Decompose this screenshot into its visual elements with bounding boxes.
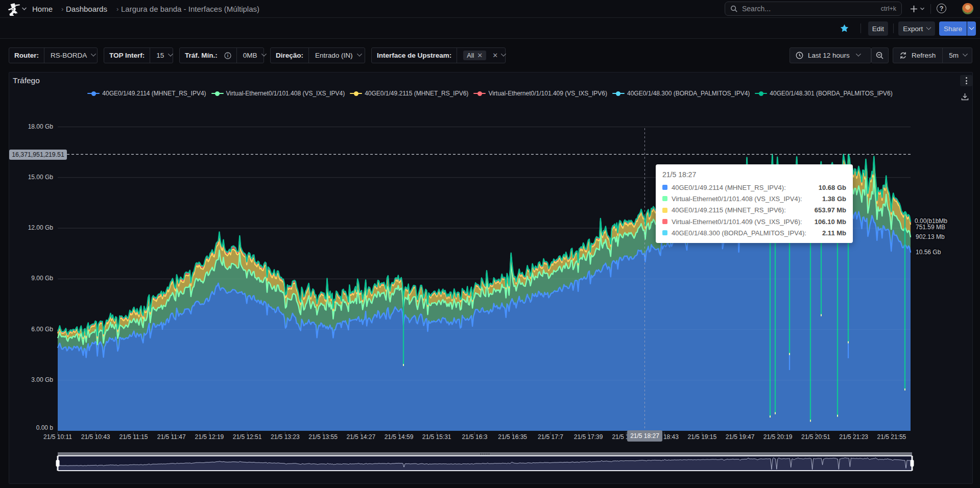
svg-text:21/5 12:19: 21/5 12:19 bbox=[195, 433, 224, 441]
svg-text:0.00 b: 0.00 b bbox=[36, 424, 54, 431]
svg-text:21/5 16:3: 21/5 16:3 bbox=[462, 433, 487, 441]
svg-text:21/5 17:39: 21/5 17:39 bbox=[574, 433, 603, 441]
svg-text:21/5 19:15: 21/5 19:15 bbox=[687, 433, 716, 441]
svg-text:21/5 11:15: 21/5 11:15 bbox=[119, 433, 148, 441]
svg-text:3.00 Gb: 3.00 Gb bbox=[31, 376, 53, 383]
svg-text:18.00 Gb: 18.00 Gb bbox=[28, 123, 54, 130]
svg-text:21/5 21:23: 21/5 21:23 bbox=[839, 433, 868, 441]
svg-text:21/5 14:59: 21/5 14:59 bbox=[385, 433, 414, 441]
svg-text:21/5 21:55: 21/5 21:55 bbox=[877, 433, 906, 441]
svg-text:6.00 Gb: 6.00 Gb bbox=[31, 326, 53, 333]
svg-text:21/5 20:51: 21/5 20:51 bbox=[801, 433, 830, 441]
svg-text:12.00 Gb: 12.00 Gb bbox=[28, 224, 54, 231]
svg-text:15.00 Gb: 15.00 Gb bbox=[28, 174, 54, 181]
svg-text:9.00 Gb: 9.00 Gb bbox=[31, 275, 53, 282]
svg-text:21/5 19:47: 21/5 19:47 bbox=[726, 433, 755, 441]
svg-text:21/5 13:55: 21/5 13:55 bbox=[308, 433, 338, 441]
svg-text:21/5 20:19: 21/5 20:19 bbox=[763, 433, 793, 441]
svg-text:21/5 16:35: 21/5 16:35 bbox=[498, 433, 527, 441]
svg-text:21/5 13:23: 21/5 13:23 bbox=[271, 433, 300, 441]
svg-text:21/5 11:47: 21/5 11:47 bbox=[157, 433, 186, 441]
svg-text:21/5 10:11: 21/5 10:11 bbox=[43, 433, 72, 441]
svg-text:21/5 14:27: 21/5 14:27 bbox=[346, 433, 375, 441]
svg-text:21/5 12:51: 21/5 12:51 bbox=[233, 433, 262, 441]
svg-text:21/5 10:43: 21/5 10:43 bbox=[81, 433, 110, 441]
svg-text:21/5 17:7: 21/5 17:7 bbox=[538, 433, 563, 441]
svg-text:21/5 15:31: 21/5 15:31 bbox=[422, 433, 451, 441]
